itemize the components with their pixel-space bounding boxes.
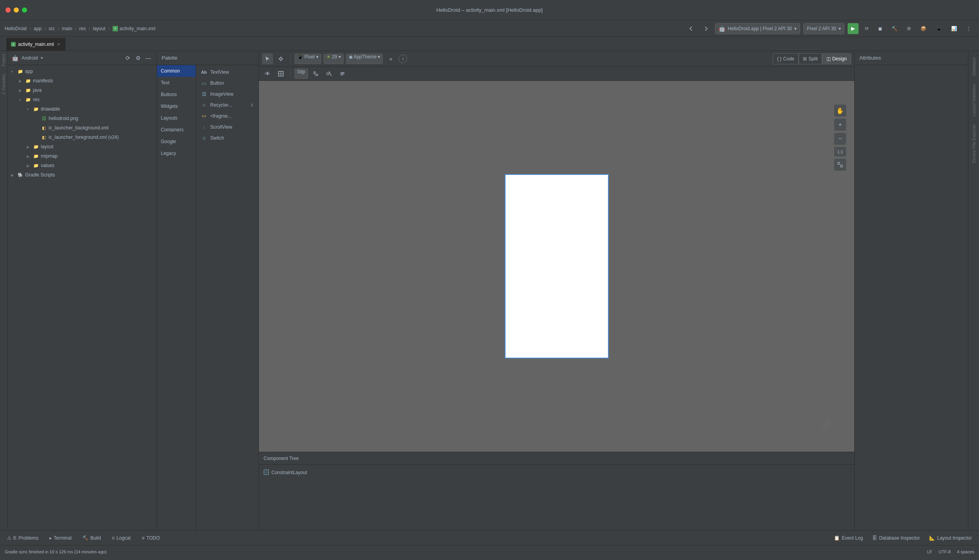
settings-button[interactable]: ⋮ <box>963 23 974 34</box>
tree-manifests[interactable]: ▶ 📁 manifests <box>8 76 156 85</box>
build-tab[interactable]: 🔨 Build <box>78 532 105 544</box>
palette-cat-legacy[interactable]: Legacy <box>157 147 196 159</box>
tree-res[interactable]: ▾ 📁 res <box>8 95 156 104</box>
locale-btn[interactable]: » <box>385 53 396 64</box>
palette-cat-buttons[interactable]: Buttons <box>157 89 196 100</box>
zoom-out-btn[interactable]: − <box>834 133 846 145</box>
split-view-tab[interactable]: ⊞ Split <box>799 53 822 64</box>
select-mode-btn[interactable] <box>262 53 273 64</box>
avd-manager-button[interactable]: 📱 <box>933 23 945 34</box>
design-canvas[interactable]: ✋ + − 1:1 <box>259 81 854 452</box>
device-selector[interactable]: 🤖 HelloDroid.app | Pixel 2 API 30 ▾ <box>715 23 800 34</box>
breadcrumb-res[interactable]: res <box>79 26 86 31</box>
tree-mipmap[interactable]: ▶ 📁 mipmap <box>8 151 156 161</box>
layout-inspector-tab[interactable]: 📐 Layout Inspector <box>925 532 976 544</box>
todo-tab[interactable]: ≡ TODO <box>138 532 164 544</box>
pixel-selector[interactable]: Pixel 2 API 30 ▾ <box>803 23 844 34</box>
database-inspector-tab[interactable]: 🗄 Database Inspector <box>868 532 924 544</box>
palette-cat-containers[interactable]: Containers <box>157 124 196 136</box>
maximize-button[interactable] <box>22 7 27 13</box>
palette-scrollview[interactable]: ↕ ScrollView <box>198 122 257 133</box>
close-button[interactable] <box>5 7 11 13</box>
api-dropdown[interactable]: ☀ 29 ▾ <box>324 54 344 64</box>
tree-drawable[interactable]: ▾ 📁 drawable <box>8 104 156 114</box>
database-vtab[interactable]: Database <box>971 54 977 79</box>
palette-cat-widgets[interactable]: Widgets <box>157 100 196 112</box>
eye-btn[interactable]: 👁 <box>262 68 273 79</box>
magic-btn[interactable] <box>324 68 335 79</box>
window-title: HelloDroid – activity_main.xml [HelloDro… <box>437 7 543 13</box>
tree-hellodroid-png[interactable]: ▶ 🖼 hellodroid.png <box>8 114 156 123</box>
panel-gear-btn[interactable]: ⚙ <box>134 54 142 62</box>
palette-imageview[interactable]: 🖼 ImageView <box>198 89 257 100</box>
constraint-layout-item[interactable]: ConstraintLayout <box>264 468 850 477</box>
editor-tab-activity-main[interactable]: X activity_main.xml ✕ <box>6 38 66 51</box>
forward-nav-button[interactable] <box>700 23 712 34</box>
sdk-manager-button[interactable]: 📦 <box>917 23 930 34</box>
imageview-icon: 🖼 <box>201 91 207 97</box>
favorites-vtab[interactable]: 2: Favorites <box>2 74 6 95</box>
palette-fragment[interactable]: <> <fragme... <box>198 111 257 122</box>
run-button[interactable]: ▶ <box>848 23 859 34</box>
info-button[interactable]: i <box>399 55 407 63</box>
tree-java[interactable]: ▶ 📁 java <box>8 85 156 95</box>
build-menu-button[interactable]: ⚙ <box>904 23 914 34</box>
panel-sync-btn[interactable]: ⟳ <box>124 54 132 62</box>
pixel-dropdown[interactable]: 📱 Pixel ▾ <box>295 54 321 64</box>
device-file-explorer-vtab[interactable]: Device File Explorer <box>971 121 977 166</box>
button-label: Button <box>210 80 224 86</box>
manifests-arrow: ▶ <box>19 79 24 83</box>
palette-cat-layouts[interactable]: Layouts <box>157 112 196 124</box>
text-align-btn[interactable] <box>337 68 348 79</box>
constraint-layout-label: ConstraintLayout <box>271 470 307 475</box>
design-view-tab[interactable]: ◫ Design <box>822 53 851 64</box>
profile-button[interactable]: 📊 <box>948 23 960 34</box>
blueprint-btn[interactable] <box>275 68 286 79</box>
tree-values[interactable]: ▶ 📁 values <box>8 161 156 170</box>
fit-screen-btn[interactable] <box>834 158 846 171</box>
constraints-btn[interactable] <box>310 68 321 79</box>
refresh-button[interactable]: ⟳ <box>862 23 872 34</box>
code-view-tab[interactable]: { } Code <box>773 53 799 64</box>
palette-cat-text[interactable]: Text <box>157 77 196 89</box>
tree-app-root[interactable]: ▾ 📁 app <box>8 67 156 76</box>
tree-ic-launcher-fg[interactable]: ▶ ◧ ic_launcher_foreground.xml (v24) <box>8 133 156 142</box>
gradle-sync-button[interactable]: 🔨 <box>888 23 901 34</box>
tree-layout[interactable]: ▶ 📁 layout <box>8 142 156 151</box>
project-vtab[interactable]: Project <box>2 54 6 66</box>
palette-button[interactable]: ▭ Button <box>198 78 257 89</box>
palette-recyclerview[interactable]: ≡ Recycler... ⬇ <box>198 100 257 111</box>
problems-label: 6: Problems <box>13 535 38 541</box>
database-inspector-label: Database Inspector <box>879 535 920 541</box>
palette-switch[interactable]: ⊙ Switch <box>198 133 257 144</box>
android-dropdown[interactable]: ▾ <box>41 56 43 60</box>
pan-mode-btn[interactable] <box>275 53 286 64</box>
breadcrumb-layout[interactable]: layout <box>93 26 106 31</box>
breadcrumb-src[interactable]: src <box>49 26 55 31</box>
pan-zoom-btn[interactable]: ✋ <box>834 104 846 117</box>
back-nav-button[interactable] <box>685 23 697 34</box>
margin-input[interactable]: 0dp <box>295 69 308 79</box>
zoom-in-btn[interactable]: + <box>834 118 846 131</box>
terminal-tab[interactable]: ▸ Terminal <box>45 532 75 544</box>
palette-cat-google[interactable]: Google <box>157 136 196 147</box>
tab-close-button[interactable]: ✕ <box>57 42 60 47</box>
palette-cat-common[interactable]: Common <box>157 65 196 77</box>
layout-validation-vtab[interactable]: Layout Validation <box>971 80 977 120</box>
problems-tab[interactable]: ⚠ 6: Problems <box>3 532 42 544</box>
panel-collapse-btn[interactable]: — <box>144 54 153 62</box>
breadcrumb-main[interactable]: main <box>62 26 72 31</box>
palette-title: Palette <box>162 55 177 61</box>
tree-ic-launcher-bg[interactable]: ▶ ◧ ic_launcher_background.xml <box>8 123 156 133</box>
logcat-tab[interactable]: ≡ Logcat <box>108 532 135 544</box>
theme-dropdown[interactable]: ◉ AppTheme ▾ <box>346 54 383 64</box>
palette-textview[interactable]: Ab TextView <box>198 67 257 78</box>
event-log-label: Event Log <box>842 535 863 541</box>
breadcrumb-app[interactable]: app <box>34 26 42 31</box>
event-log-tab[interactable]: 📋 Event Log <box>830 532 867 544</box>
minimize-button[interactable] <box>14 7 19 13</box>
breadcrumb-hellodroid[interactable]: HelloDroid <box>5 26 27 31</box>
indent-label: 4 spaces <box>957 549 974 554</box>
tree-gradle[interactable]: ▶ 🐘 Gradle Scripts <box>8 170 156 180</box>
stop-button[interactable]: ◼ <box>875 23 885 34</box>
